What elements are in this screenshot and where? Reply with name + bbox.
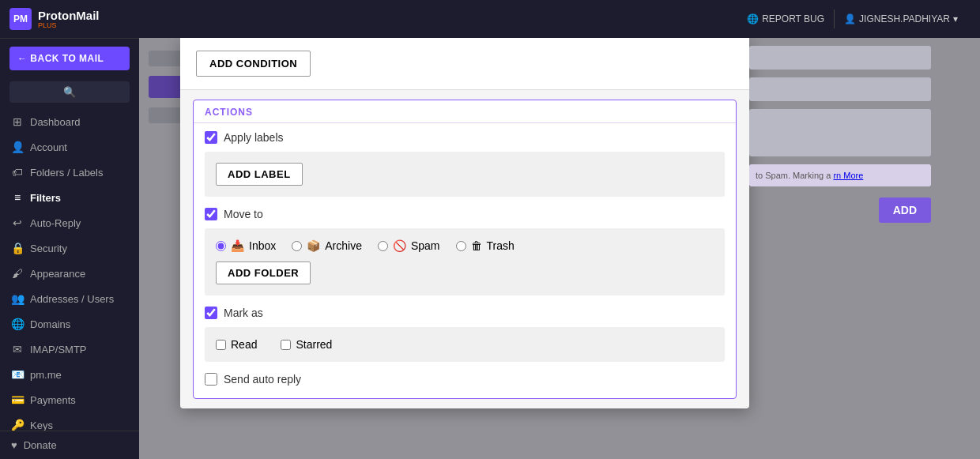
keys-icon: 🔑 xyxy=(11,419,24,431)
mark-read-checkbox[interactable] xyxy=(216,340,226,350)
add-folder-button[interactable]: ADD FOLDER xyxy=(216,261,311,284)
apply-labels-box: ADD LABEL xyxy=(205,152,725,197)
mark-options: Read Starred xyxy=(216,338,714,351)
radio-trash-input[interactable] xyxy=(456,241,466,251)
sidebar-logo: PM ProtonMail PLUS xyxy=(0,0,139,39)
pmme-icon: 📧 xyxy=(11,368,24,381)
sidebar-item-imap-smtp[interactable]: ✉ IMAP/SMTP xyxy=(0,337,139,362)
right-bar-3 xyxy=(749,109,931,156)
modal-overlay: ADD CONDITION ACTIONS Apply labels ADD L… xyxy=(139,38,980,459)
report-bug-button[interactable]: 🌐 REPORT BUG xyxy=(737,13,834,24)
add-label-button[interactable]: ADD LABEL xyxy=(216,163,303,186)
move-to-options: 📥 Inbox 📦 Archive 🚫 Spam xyxy=(216,239,714,252)
apply-labels-checkbox[interactable] xyxy=(205,131,217,144)
sidebar-item-folders-labels[interactable]: 🏷 Folders / Labels xyxy=(0,160,139,185)
sidebar-nav: ⊞ Dashboard 👤 Account 🏷 Folders / Labels… xyxy=(0,109,139,431)
radio-inbox[interactable]: 📥 Inbox xyxy=(216,239,276,252)
conditions-section: ADD CONDITION xyxy=(180,38,749,90)
sidebar-item-account[interactable]: 👤 Account xyxy=(0,134,139,160)
archive-icon: 📦 xyxy=(307,239,320,252)
sidebar-item-filters[interactable]: ≡ Filters xyxy=(0,185,139,210)
folders-labels-icon: 🏷 xyxy=(11,166,24,179)
donate-item[interactable]: ♥ Donate xyxy=(0,431,139,459)
move-to-checkbox[interactable] xyxy=(205,208,217,220)
main-area: 🌐 REPORT BUG 👤 JIGNESH.PADHIYAR ▾ ADD CO… xyxy=(139,0,980,459)
globe-icon: 🌐 xyxy=(747,13,759,24)
modal-content: ADD CONDITION ACTIONS Apply labels ADD L… xyxy=(180,38,749,408)
sidebar-logo-text: ProtonMail PLUS xyxy=(38,9,100,29)
top-header: 🌐 REPORT BUG 👤 JIGNESH.PADHIYAR ▾ xyxy=(139,0,980,38)
sidebar-item-appearance[interactable]: 🖌 Appearance xyxy=(0,261,139,286)
mark-starred-option[interactable]: Starred xyxy=(281,338,332,351)
radio-spam-input[interactable] xyxy=(378,241,388,251)
spam-icon: 🚫 xyxy=(393,239,406,252)
add-button[interactable]: ADD xyxy=(879,198,931,223)
account-icon: 👤 xyxy=(11,141,24,153)
mark-as-checkbox[interactable] xyxy=(205,307,217,319)
radio-inbox-input[interactable] xyxy=(216,241,226,251)
inbox-icon: 📥 xyxy=(231,239,244,252)
send-auto-reply-checkbox[interactable] xyxy=(205,373,217,386)
search-icon[interactable]: 🔍 xyxy=(9,81,130,103)
apply-labels-label: Apply labels xyxy=(224,131,284,144)
mark-as-row: Mark as xyxy=(194,299,736,324)
move-to-box: 📥 Inbox 📦 Archive 🚫 Spam xyxy=(205,228,725,295)
user-icon: 👤 xyxy=(844,13,856,24)
add-condition-button[interactable]: ADD CONDITION xyxy=(196,51,311,77)
auto-reply-icon: ↩ xyxy=(11,216,24,229)
domains-icon: 🌐 xyxy=(11,318,24,330)
security-icon: 🔒 xyxy=(11,242,24,254)
trash-icon: 🗑 xyxy=(471,239,482,252)
addresses-icon: 👥 xyxy=(11,292,24,305)
sidebar-item-payments[interactable]: 💳 Payments xyxy=(0,387,139,412)
sidebar-item-domains[interactable]: 🌐 Domains xyxy=(0,311,139,337)
radio-spam[interactable]: 🚫 Spam xyxy=(378,239,440,252)
move-to-row: Move to xyxy=(194,200,736,225)
sidebar-item-keys[interactable]: 🔑 Keys xyxy=(0,412,139,431)
donate-icon: ♥ xyxy=(11,439,17,451)
mark-as-label: Mark as xyxy=(224,307,263,319)
sidebar-item-security[interactable]: 🔒 Security xyxy=(0,235,139,261)
sidebar-item-dashboard[interactable]: ⊞ Dashboard xyxy=(0,109,139,134)
send-auto-reply-label: Send auto reply xyxy=(224,373,301,386)
radio-archive[interactable]: 📦 Archive xyxy=(292,239,362,252)
sidebar-item-auto-reply[interactable]: ↩ Auto-Reply xyxy=(0,210,139,235)
mark-starred-checkbox[interactable] xyxy=(281,340,291,350)
right-bar-2 xyxy=(749,77,931,101)
spam-notice: to Spam. Marking a rn More xyxy=(749,164,931,186)
move-to-label: Move to xyxy=(224,208,263,220)
actions-title: ACTIONS xyxy=(194,100,736,123)
back-to-mail-button[interactable]: ← BACK TO MAIL xyxy=(9,47,130,70)
mark-as-box: Read Starred xyxy=(205,327,725,362)
sidebar: PM ProtonMail PLUS ← BACK TO MAIL 🔍 ⊞ Da… xyxy=(0,0,139,459)
chevron-down-icon: ▾ xyxy=(953,13,958,24)
send-auto-reply-row: Send auto reply xyxy=(194,365,736,389)
sidebar-item-addresses-users[interactable]: 👥 Addresses / Users xyxy=(0,286,139,311)
sidebar-item-pm-me[interactable]: 📧 pm.me xyxy=(0,362,139,387)
payments-icon: 💳 xyxy=(11,393,24,406)
actions-section: ACTIONS Apply labels ADD LABEL Move to xyxy=(193,100,737,399)
dashboard-icon: ⊞ xyxy=(11,115,24,128)
radio-trash[interactable]: 🗑 Trash xyxy=(456,239,514,252)
user-menu-button[interactable]: 👤 JIGNESH.PADHIYAR ▾ xyxy=(835,13,967,24)
radio-archive-input[interactable] xyxy=(292,241,302,251)
imap-icon: ✉ xyxy=(11,343,24,356)
appearance-icon: 🖌 xyxy=(11,267,24,280)
protonmail-logo-icon: PM xyxy=(9,8,32,30)
filters-icon: ≡ xyxy=(11,191,24,204)
mark-read-option[interactable]: Read xyxy=(216,338,257,351)
right-bar-1 xyxy=(749,46,931,70)
learn-more-link[interactable]: rn More xyxy=(833,171,863,180)
apply-labels-row: Apply labels xyxy=(194,123,736,149)
